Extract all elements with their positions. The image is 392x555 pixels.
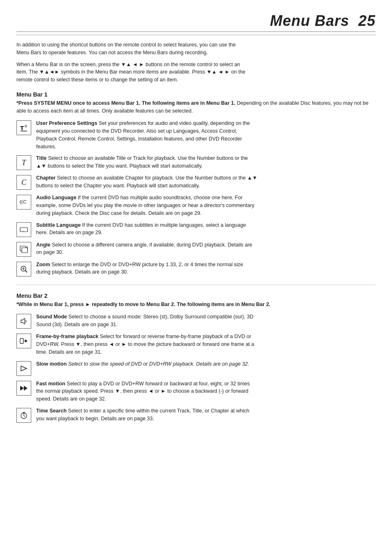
subtitle-icon-svg: ... [19, 225, 28, 234]
intro-paragraph-1: In addition to using the shortcut button… [16, 41, 247, 57]
menu-bar-1-section: Menu Bar 1 *Press SYSTEM MENU once to ac… [16, 91, 376, 276]
sound-mode-desc: Select to choose a sound mode: Stereo (s… [36, 314, 254, 327]
svg-text:C: C [23, 199, 26, 204]
menu-item-slow-motion: Slow motion Select to slow the speed of … [16, 360, 376, 376]
fast-motion-desc: Select to play a DVD or DVD+RW forward o… [36, 381, 250, 402]
slow-motion-desc: Select to slow the speed of DVD or DVD+R… [67, 361, 249, 367]
page-number: 25 [358, 12, 376, 29]
settings-icon-svg: T d [19, 123, 28, 132]
svg-marker-18 [25, 339, 28, 343]
time-search-desc: Select to enter a specific time within t… [36, 408, 249, 421]
subtitle-language-icon: ... [16, 222, 31, 237]
angle-label: Angle [36, 242, 51, 248]
svg-text:d: d [25, 124, 27, 128]
dot-separator [16, 35, 376, 35]
time-search-label: Time Search [36, 408, 67, 414]
angle-desc: Select to choose a different camera angl… [36, 242, 252, 256]
audio-icon-svg: (( C [19, 198, 28, 207]
frame-icon-svg [19, 336, 28, 345]
svg-text:...: ... [21, 228, 24, 232]
fast-icon-svg [19, 384, 28, 393]
sound-mode-icon [16, 314, 31, 329]
chapter-label: Chapter [36, 175, 55, 181]
menu-item-chapter: C Chapter Select to choose an available … [16, 174, 376, 190]
menu-bar-2-title: Menu Bar 2 [16, 292, 376, 299]
angle-icon-svg [19, 245, 28, 254]
chapter-text-content: Chapter Select to choose an available Ch… [36, 174, 258, 190]
subtitle-language-label: Subtitle Language [36, 222, 81, 228]
svg-marker-19 [21, 366, 27, 371]
sound-icon-svg [19, 317, 28, 326]
menu-bar-2-items: Sound Mode Select to choose a sound mode… [16, 313, 376, 423]
zoom-icon-svg [19, 265, 28, 274]
menu-item-audio-language: (( C Audio Language If the current DVD h… [16, 194, 376, 217]
section-divider [16, 285, 376, 285]
audio-language-label: Audio Language [36, 195, 76, 200]
svg-rect-16 [20, 339, 23, 343]
title-text: Menu Bars [270, 12, 349, 29]
page-header: Menu Bars 25 [16, 12, 376, 32]
svg-rect-8 [22, 248, 28, 253]
user-preference-label: User Preference Settings [36, 120, 97, 126]
angle-icon [16, 242, 31, 257]
slow-icon-svg [19, 364, 28, 373]
menu-item-fast-motion: Fast motion Select to play a DVD or DVD+… [16, 380, 376, 403]
svg-marker-15 [21, 318, 25, 324]
menu-item-time-search: Time Search Select to enter a specific t… [16, 407, 376, 423]
svg-text:((: (( [20, 199, 23, 204]
menu-bar-1-title: Menu Bar 1 [16, 91, 376, 98]
menu-bar-1-subtitle: *Press SYSTEM MENU once to access Menu B… [16, 99, 376, 115]
menu-bar-2-subtitle-bold: *While in Menu Bar 1, press ► repeatedly… [16, 302, 270, 307]
zoom-text: Zoom Select to enlarge the DVD or DVD+RW… [36, 261, 258, 276]
fast-motion-text: Fast motion Select to play a DVD or DVD+… [36, 380, 258, 403]
zoom-label: Zoom [36, 262, 50, 267]
svg-line-12 [25, 270, 27, 272]
menu-bar-1-subtitle-bold: *Press SYSTEM MENU once to access Menu B… [16, 100, 235, 106]
zoom-desc: Select to enlarge the DVD or DVD+RW pict… [36, 262, 243, 275]
menu-item-title: T Title Select to choose an available Ti… [16, 154, 376, 170]
frame-by-frame-text: Frame-by-frame playback Select for forwa… [36, 333, 258, 356]
menu-bar-1-items: T d User Preference Settings Set your pr… [16, 120, 376, 276]
chapter-desc: Select to choose an available Chapter fo… [36, 175, 257, 189]
user-preference-text: User Preference Settings Set your prefer… [36, 120, 258, 150]
sound-mode-text: Sound Mode Select to choose a sound mode… [36, 313, 258, 329]
intro-paragraph-2: When a Menu Bar is on the screen, press … [16, 61, 247, 84]
svg-text:T: T [20, 124, 24, 131]
frame-by-frame-icon [16, 334, 31, 348]
zoom-icon [16, 262, 31, 276]
time-search-text: Time Search Select to enter a specific t… [36, 407, 258, 423]
svg-marker-20 [20, 386, 24, 391]
title-desc: Select to choose an available Title or T… [36, 155, 248, 169]
time-search-icon [16, 408, 31, 423]
slow-motion-label: Slow motion [36, 361, 67, 367]
slow-motion-icon [16, 361, 31, 376]
menu-item-zoom: Zoom Select to enlarge the DVD or DVD+RW… [16, 261, 376, 276]
intro-section: In addition to using the shortcut button… [16, 41, 376, 84]
title-label: Title [36, 155, 46, 161]
chapter-icon: C [16, 175, 31, 190]
svg-marker-21 [24, 386, 28, 391]
menu-item-frame-by-frame: Frame-by-frame playback Select for forwa… [16, 333, 376, 356]
subtitle-language-text: Subtitle Language If the current DVD has… [36, 221, 258, 237]
sound-mode-label: Sound Mode [36, 314, 67, 320]
audio-language-icon: (( C [16, 195, 31, 210]
time-icon-svg [19, 411, 28, 420]
user-preference-icon: T d [16, 120, 31, 135]
frame-by-frame-label: Frame-by-frame playback [36, 334, 98, 339]
fast-motion-label: Fast motion [36, 381, 65, 387]
svg-line-24 [24, 416, 25, 417]
menu-item-user-preference: T d User Preference Settings Set your pr… [16, 120, 376, 150]
title-icon: T [16, 155, 31, 170]
title-text-content: Title Select to choose an available Titl… [36, 154, 258, 170]
audio-language-text: Audio Language If the current DVD has mu… [36, 194, 258, 217]
menu-item-sound-mode: Sound Mode Select to choose a sound mode… [16, 313, 376, 329]
slow-motion-text: Slow motion Select to slow the speed of … [36, 360, 249, 368]
menu-bar-2-subtitle: *While in Menu Bar 1, press ► repeatedly… [16, 301, 376, 309]
fast-motion-icon [16, 381, 31, 396]
angle-text: Angle Select to choose a different camer… [36, 241, 258, 257]
menu-item-subtitle-language: ... Subtitle Language If the current DVD… [16, 221, 376, 237]
menu-item-angle: Angle Select to choose a different camer… [16, 241, 376, 257]
page-title: Menu Bars 25 [270, 12, 376, 30]
menu-bar-2-section: Menu Bar 2 *While in Menu Bar 1, press ►… [16, 292, 376, 423]
